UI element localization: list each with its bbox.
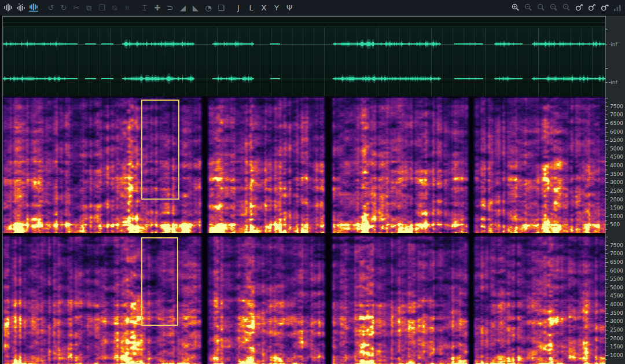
delete-button[interactable]: ⍉ (108, 0, 121, 15)
crossfade-x-button[interactable]: X (258, 0, 270, 15)
redo-button[interactable]: ↻ (57, 0, 70, 15)
undo-button[interactable]: ↺ (45, 0, 57, 15)
crop-icon: ⌗ (125, 4, 129, 12)
freq-tick (605, 313, 608, 314)
freq-label-4000: 4000 (610, 163, 623, 168)
freq-label-4000: 4000 (610, 302, 623, 307)
freq-tick (605, 249, 607, 250)
spectrogram-ch2[interactable] (3, 236, 605, 364)
freq-tick (605, 204, 607, 204)
crossfade-x-icon: X (262, 4, 267, 12)
stretch-button[interactable]: ✚ (151, 0, 164, 15)
freq-label-6000: 6000 (610, 129, 623, 135)
freq-tick (605, 308, 607, 309)
freq-tick (605, 127, 607, 128)
freq-label-7000: 7000 (610, 112, 623, 117)
fade-in-button[interactable]: ◢ (177, 0, 189, 15)
merge-y-button[interactable]: Ψ (283, 0, 296, 15)
freq-label-5000: 5000 (610, 285, 623, 291)
freq-tick (605, 98, 608, 98)
paste-icon: ❐ (98, 4, 105, 12)
zoom-in-button[interactable] (509, 0, 522, 15)
fade-curve-l-icon: L (249, 4, 253, 12)
freq-tick (605, 216, 608, 217)
freq-tick (605, 182, 608, 183)
freq-tick (605, 326, 607, 326)
spectral-selection-ch1[interactable] (141, 100, 179, 200)
freq-label-1000: 1000 (610, 214, 623, 219)
fade-out-button[interactable]: ◣ (189, 0, 202, 15)
freq-label-6500: 6500 (610, 120, 623, 126)
freq-tick (605, 245, 608, 246)
meter-button[interactable] (611, 0, 624, 15)
duplicate-icon: ❏ (218, 4, 225, 12)
freq-label-7000: 7000 (610, 251, 623, 256)
freq-tick (605, 347, 608, 347)
spectrogram-canvas-ch1[interactable] (3, 97, 605, 233)
combined-view-icon (29, 3, 38, 12)
freq-tick (605, 317, 607, 318)
freq-tick (605, 262, 608, 263)
gain-adjust-button[interactable]: ⌶ (138, 0, 151, 15)
toolbar-right-group (509, 0, 625, 16)
freq-tick (605, 149, 608, 149)
zoom-out-button[interactable] (522, 0, 535, 15)
combined-view-button[interactable] (27, 0, 40, 15)
zoom-vertical-button[interactable] (560, 0, 573, 15)
split-y-button[interactable]: Y (270, 0, 283, 15)
spectrogram-view-button[interactable] (14, 0, 27, 15)
freq-tick (605, 200, 608, 200)
history-back-button[interactable] (573, 0, 586, 15)
freq-tick (605, 237, 608, 237)
freq-tick (605, 225, 608, 225)
freq-tick (605, 153, 607, 153)
scale-column[interactable]: -inf -inf 500100015002000250030003500400… (605, 16, 625, 364)
freq-tick (605, 195, 607, 196)
freq-label-4500: 4500 (610, 293, 623, 299)
freq-tick (605, 106, 608, 107)
freq-tick (605, 136, 607, 137)
amp-label-ch2: -inf (609, 79, 617, 85)
phase-button[interactable]: ◔ (202, 0, 215, 15)
freq-tick (605, 132, 608, 133)
zoom-window-button[interactable] (535, 0, 547, 15)
bend-button[interactable]: ⊃ (164, 0, 177, 15)
reset-view-button[interactable] (598, 0, 611, 15)
cut-button[interactable]: ✂ (70, 0, 83, 15)
amp-tick (605, 68, 608, 69)
freq-tick (605, 161, 607, 162)
crop-button[interactable]: ⌗ (121, 0, 134, 15)
history-forward-button[interactable] (586, 0, 598, 15)
freq-tick (605, 220, 607, 221)
waveform-display[interactable] (3, 16, 605, 96)
freq-tick (605, 208, 608, 208)
freq-label-1000: 1000 (610, 352, 623, 358)
copy-button[interactable]: ⧉ (83, 0, 95, 15)
freq-label-5000: 5000 (610, 146, 623, 152)
spectral-selection-ch2[interactable] (141, 237, 178, 326)
freq-label-3500: 3500 (610, 310, 623, 316)
waveform-view-button[interactable] (2, 0, 14, 15)
fade-curve-l-button[interactable]: L (245, 0, 258, 15)
freq-tick (605, 157, 608, 157)
waveform-view-icon (3, 3, 13, 12)
freq-tick (605, 253, 608, 254)
freq-tick (605, 140, 608, 141)
spectrogram-canvas-ch2[interactable] (3, 236, 605, 364)
spectrogram-ch1[interactable] (3, 97, 605, 233)
freq-tick (605, 339, 608, 339)
zoom-window-icon (536, 3, 546, 12)
freq-label-3500: 3500 (610, 171, 623, 177)
reset-view-icon (600, 3, 609, 12)
freq-label-2000: 2000 (610, 197, 623, 203)
paste-button[interactable]: ❐ (95, 0, 108, 15)
freq-tick (605, 111, 607, 111)
zoom-horizontal-button[interactable] (547, 0, 560, 15)
freq-tick (605, 296, 608, 296)
freq-label-3000: 3000 (610, 179, 623, 185)
freq-tick (605, 351, 607, 351)
fade-curve-j-button[interactable]: J (232, 0, 245, 15)
freq-label-4500: 4500 (610, 154, 623, 160)
duplicate-button[interactable]: ❏ (215, 0, 227, 15)
meter-icon (613, 3, 622, 12)
